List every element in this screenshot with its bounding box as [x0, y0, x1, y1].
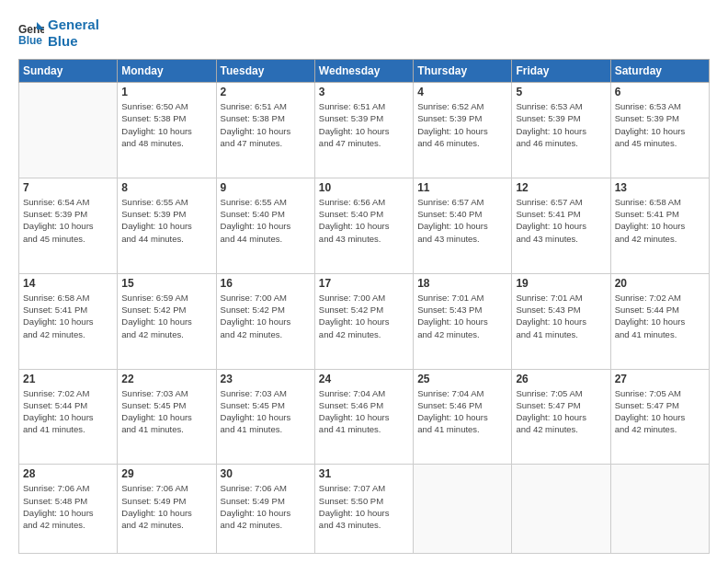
- week-row-2: 7Sunrise: 6:54 AM Sunset: 5:39 PM Daylig…: [19, 178, 710, 273]
- svg-text:Blue: Blue: [18, 34, 42, 46]
- day-cell: [19, 83, 118, 178]
- day-info: Sunrise: 7:06 AM Sunset: 5:48 PM Dayligh…: [23, 482, 113, 531]
- day-info: Sunrise: 7:01 AM Sunset: 5:43 PM Dayligh…: [417, 292, 507, 340]
- day-cell: 26Sunrise: 7:05 AM Sunset: 5:47 PM Dayli…: [512, 369, 610, 465]
- weekday-header-wednesday: Wednesday: [314, 60, 413, 83]
- day-number: 22: [121, 373, 211, 385]
- day-info: Sunrise: 7:03 AM Sunset: 5:45 PM Dayligh…: [221, 387, 311, 436]
- day-info: Sunrise: 6:57 AM Sunset: 5:40 PM Dayligh…: [417, 196, 507, 245]
- weekday-header-thursday: Thursday: [414, 60, 512, 83]
- day-info: Sunrise: 7:07 AM Sunset: 5:50 PM Dayligh…: [319, 482, 409, 531]
- day-info: Sunrise: 6:55 AM Sunset: 5:39 PM Dayligh…: [121, 196, 211, 245]
- day-cell: 2Sunrise: 6:51 AM Sunset: 5:38 PM Daylig…: [216, 83, 314, 178]
- day-number: 3: [319, 86, 409, 98]
- day-cell: 28Sunrise: 7:06 AM Sunset: 5:48 PM Dayli…: [19, 465, 118, 554]
- day-number: 30: [221, 467, 311, 480]
- day-cell: 14Sunrise: 6:58 AM Sunset: 5:41 PM Dayli…: [19, 273, 118, 369]
- day-cell: 30Sunrise: 7:06 AM Sunset: 5:49 PM Dayli…: [216, 465, 314, 554]
- day-cell: 1Sunrise: 6:50 AM Sunset: 5:38 PM Daylig…: [118, 83, 216, 178]
- day-info: Sunrise: 7:04 AM Sunset: 5:46 PM Dayligh…: [319, 387, 409, 436]
- day-cell: 13Sunrise: 6:58 AM Sunset: 5:41 PM Dayli…: [610, 178, 709, 273]
- day-number: 18: [417, 277, 507, 290]
- day-info: Sunrise: 7:06 AM Sunset: 5:49 PM Dayligh…: [221, 482, 311, 531]
- calendar-table: SundayMondayTuesdayWednesdayThursdayFrid…: [18, 59, 710, 554]
- day-number: 15: [121, 277, 211, 290]
- day-info: Sunrise: 6:58 AM Sunset: 5:41 PM Dayligh…: [615, 196, 705, 245]
- day-info: Sunrise: 6:57 AM Sunset: 5:41 PM Dayligh…: [516, 196, 606, 245]
- day-info: Sunrise: 7:06 AM Sunset: 5:49 PM Dayligh…: [121, 482, 211, 531]
- day-info: Sunrise: 6:50 AM Sunset: 5:38 PM Dayligh…: [121, 100, 211, 149]
- day-info: Sunrise: 7:03 AM Sunset: 5:45 PM Dayligh…: [121, 387, 211, 436]
- day-number: 24: [319, 373, 409, 385]
- day-number: 17: [319, 277, 409, 290]
- weekday-header-monday: Monday: [118, 60, 216, 83]
- day-number: 28: [23, 467, 113, 480]
- day-info: Sunrise: 7:02 AM Sunset: 5:44 PM Dayligh…: [23, 387, 113, 436]
- day-info: Sunrise: 7:00 AM Sunset: 5:42 PM Dayligh…: [319, 292, 409, 340]
- weekday-header-friday: Friday: [512, 60, 610, 83]
- week-row-4: 21Sunrise: 7:02 AM Sunset: 5:44 PM Dayli…: [19, 369, 710, 465]
- day-cell: 25Sunrise: 7:04 AM Sunset: 5:46 PM Dayli…: [414, 369, 512, 465]
- day-info: Sunrise: 6:53 AM Sunset: 5:39 PM Dayligh…: [516, 100, 606, 149]
- day-cell: 20Sunrise: 7:02 AM Sunset: 5:44 PM Dayli…: [610, 273, 709, 369]
- day-number: 31: [319, 467, 409, 480]
- weekday-header-tuesday: Tuesday: [216, 60, 314, 83]
- day-cell: 6Sunrise: 6:53 AM Sunset: 5:39 PM Daylig…: [610, 83, 709, 178]
- day-number: 9: [221, 181, 311, 194]
- day-number: 14: [23, 277, 113, 290]
- day-number: 23: [221, 373, 311, 385]
- day-cell: 16Sunrise: 7:00 AM Sunset: 5:42 PM Dayli…: [216, 273, 314, 369]
- day-number: 12: [516, 181, 606, 194]
- day-cell: [414, 465, 512, 554]
- day-number: 6: [615, 86, 705, 98]
- day-cell: 3Sunrise: 6:51 AM Sunset: 5:39 PM Daylig…: [314, 83, 413, 178]
- day-info: Sunrise: 6:59 AM Sunset: 5:42 PM Dayligh…: [121, 292, 211, 340]
- day-number: 11: [417, 181, 507, 194]
- day-number: 25: [417, 373, 507, 385]
- day-cell: 31Sunrise: 7:07 AM Sunset: 5:50 PM Dayli…: [314, 465, 413, 554]
- day-info: Sunrise: 6:55 AM Sunset: 5:40 PM Dayligh…: [221, 196, 311, 245]
- weekday-header-saturday: Saturday: [610, 60, 709, 83]
- week-row-1: 1Sunrise: 6:50 AM Sunset: 5:38 PM Daylig…: [19, 83, 710, 178]
- day-cell: 15Sunrise: 6:59 AM Sunset: 5:42 PM Dayli…: [118, 273, 216, 369]
- logo: General Blue GeneralBlue: [18, 17, 99, 50]
- day-cell: 18Sunrise: 7:01 AM Sunset: 5:43 PM Dayli…: [414, 273, 512, 369]
- logo-icon: General Blue: [18, 20, 44, 46]
- day-number: 26: [516, 373, 606, 385]
- day-info: Sunrise: 7:05 AM Sunset: 5:47 PM Dayligh…: [615, 387, 705, 436]
- day-number: 5: [516, 86, 606, 98]
- day-info: Sunrise: 7:01 AM Sunset: 5:43 PM Dayligh…: [516, 292, 606, 340]
- day-cell: 8Sunrise: 6:55 AM Sunset: 5:39 PM Daylig…: [118, 178, 216, 273]
- day-number: 1: [121, 86, 211, 98]
- day-cell: [512, 465, 610, 554]
- day-cell: 22Sunrise: 7:03 AM Sunset: 5:45 PM Dayli…: [118, 369, 216, 465]
- day-info: Sunrise: 6:52 AM Sunset: 5:39 PM Dayligh…: [417, 100, 507, 149]
- week-row-3: 14Sunrise: 6:58 AM Sunset: 5:41 PM Dayli…: [19, 273, 710, 369]
- week-row-5: 28Sunrise: 7:06 AM Sunset: 5:48 PM Dayli…: [19, 465, 710, 554]
- day-cell: [610, 465, 709, 554]
- day-cell: 29Sunrise: 7:06 AM Sunset: 5:49 PM Dayli…: [118, 465, 216, 554]
- day-number: 21: [23, 373, 113, 385]
- day-info: Sunrise: 7:05 AM Sunset: 5:47 PM Dayligh…: [516, 387, 606, 436]
- weekday-header-row: SundayMondayTuesdayWednesdayThursdayFrid…: [19, 60, 710, 83]
- day-number: 10: [319, 181, 409, 194]
- logo-text: GeneralBlue: [48, 17, 99, 50]
- day-number: 27: [615, 373, 705, 385]
- day-info: Sunrise: 7:04 AM Sunset: 5:46 PM Dayligh…: [417, 387, 507, 436]
- day-number: 16: [221, 277, 311, 290]
- day-number: 19: [516, 277, 606, 290]
- day-cell: 10Sunrise: 6:56 AM Sunset: 5:40 PM Dayli…: [314, 178, 413, 273]
- day-info: Sunrise: 6:53 AM Sunset: 5:39 PM Dayligh…: [615, 100, 705, 149]
- day-info: Sunrise: 7:00 AM Sunset: 5:42 PM Dayligh…: [221, 292, 311, 340]
- day-cell: 9Sunrise: 6:55 AM Sunset: 5:40 PM Daylig…: [216, 178, 314, 273]
- weekday-header-sunday: Sunday: [19, 60, 118, 83]
- day-cell: 7Sunrise: 6:54 AM Sunset: 5:39 PM Daylig…: [19, 178, 118, 273]
- day-info: Sunrise: 6:51 AM Sunset: 5:39 PM Dayligh…: [319, 100, 409, 149]
- day-cell: 5Sunrise: 6:53 AM Sunset: 5:39 PM Daylig…: [512, 83, 610, 178]
- day-number: 13: [615, 181, 705, 194]
- day-number: 7: [23, 181, 113, 194]
- day-cell: 21Sunrise: 7:02 AM Sunset: 5:44 PM Dayli…: [19, 369, 118, 465]
- day-cell: 11Sunrise: 6:57 AM Sunset: 5:40 PM Dayli…: [414, 178, 512, 273]
- day-info: Sunrise: 6:51 AM Sunset: 5:38 PM Dayligh…: [221, 100, 311, 149]
- calendar-page: General Blue GeneralBlue SundayMondayTue…: [0, 0, 728, 563]
